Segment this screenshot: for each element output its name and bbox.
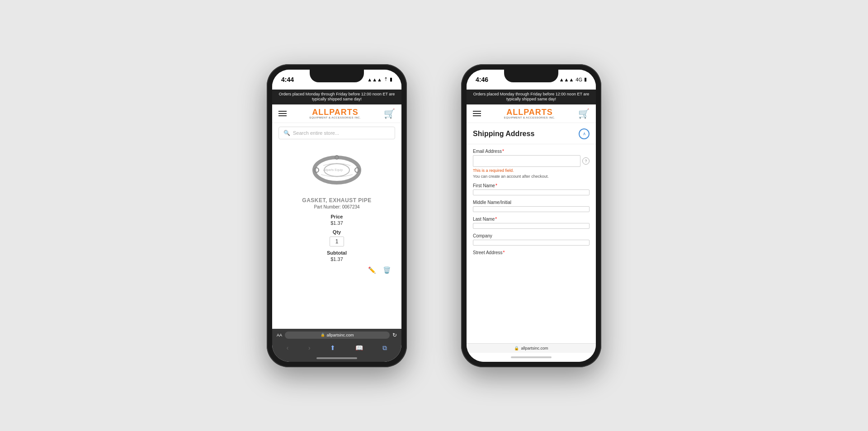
back-button-1[interactable]: ‹ [287,344,289,351]
url-text-2: allpartsinc.com [521,346,548,350]
status-bar-2: 4:46 ▲▲▲ 4G ▮ [467,70,596,90]
qty-row-1: Qty 1 [278,229,395,246]
action-icons-1: ✏️ 🗑️ [278,266,395,274]
lock-icon-2: 🔒 [514,346,519,350]
time-1: 4:44 [281,76,294,83]
wifi-icon-1: ⇡ [384,76,388,82]
edit-icon-1[interactable]: ✏️ [368,266,376,274]
first-name-required-star: * [495,183,497,188]
street-label: Street Address* [473,250,590,255]
logo-sub-1: EQUIPMENT & ACCESSORIES INC. [310,116,361,119]
tabs-button-1[interactable]: ⧉ [382,344,387,352]
menu-icon-1[interactable] [278,111,287,116]
home-bar-1 [316,357,357,359]
logo-1: ALLPARTS EQUIPMENT & ACCESSORIES INC. [310,108,361,119]
url-text-1: allpartsinc.com [326,333,354,337]
first-name-field-group: First Name* [473,183,590,195]
svg-text:Allparts Equip: Allparts Equip [323,168,343,172]
first-name-input[interactable] [473,189,590,195]
email-helper-text: You can create an account after checkout… [473,174,590,179]
product-area-1: Allparts Equip GASKET, EXHAUST PIPE Part… [272,143,401,329]
status-icons-1: ▲▲▲ ⇡ ▮ [367,76,392,82]
email-help-icon[interactable]: ? [582,157,590,165]
subtotal-value-1: $1.37 [278,256,395,262]
phone-2: 4:46 ▲▲▲ 4G ▮ Orders placed Monday throu… [461,64,601,367]
middle-name-field-group: Middle Name/Initial [473,200,590,212]
logo-allparts-2: ALLPARTS [506,108,553,116]
screen-content-2: Orders placed Monday through Friday befo… [467,90,596,362]
checkout-content-2: Shipping Address ∧ Email Address* [467,123,596,343]
email-label: Email Address* [473,149,590,154]
street-required-star: * [503,250,505,255]
middle-name-input[interactable] [473,206,590,212]
battery-icon-1: ▮ [390,76,392,82]
status-icons-2: ▲▲▲ 4G ▮ [559,76,587,82]
search-placeholder-1: Search entire store... [293,130,339,136]
forward-button-1[interactable]: › [308,344,311,351]
lock-icon-1: 🔒 [321,333,325,337]
logo-2: ALLPARTS EQUIPMENT & ACCESSORIES INC. [504,108,556,119]
product-name-1: GASKET, EXHAUST PIPE [302,197,371,204]
company-input[interactable] [473,240,590,246]
first-name-label: First Name* [473,183,590,188]
product-part-1: Part Number: 0067234 [314,204,359,209]
qty-label-1: Qty [278,229,395,235]
subtotal-label-1: Subtotal [278,250,395,256]
battery-icon-2: ▮ [584,76,587,82]
price-label-1: Price [278,214,395,219]
section-header-2: Shipping Address ∧ [467,123,596,144]
form-area-2: Email Address* ? This is a required fiel… [467,144,596,260]
logo-sub-2: EQUIPMENT & ACCESSORIES INC. [504,116,556,119]
qty-input-1[interactable]: 1 [330,237,344,246]
notch-2 [504,70,558,82]
home-indicator-2 [467,353,596,362]
street-field-group: Street Address* [473,250,590,255]
product-image-1: Allparts Equip [307,147,366,193]
time-2: 4:46 [476,76,488,83]
last-name-field-group: Last Name* [473,217,590,229]
last-name-input[interactable] [473,223,590,229]
email-input-wrap: ? [473,155,590,167]
cart-symbol-2: 🛒 [578,109,590,118]
section-title-2: Shipping Address [473,130,534,138]
delete-icon-1[interactable]: 🗑️ [383,266,391,274]
refresh-button-1[interactable]: ↻ [392,332,397,338]
collapse-button-2[interactable]: ∧ [579,128,590,139]
email-required-star: * [502,149,504,154]
announcement-bar-2: Orders placed Monday through Friday befo… [467,90,596,104]
announcement-bar-1: Orders placed Monday through Friday befo… [272,90,401,104]
middle-name-label: Middle Name/Initial [473,200,590,205]
cart-icon-2[interactable]: 🛒 [578,108,590,119]
bookmarks-button-1[interactable]: 📖 [355,344,363,351]
site-header-1: ALLPARTS EQUIPMENT & ACCESSORIES INC. 🛒 [272,104,401,123]
last-name-required-star: * [495,217,497,222]
checkout-url-bar-2: 🔒 allpartsinc.com [467,343,596,353]
status-bar-1: 4:44 ▲▲▲ ⇡ ▮ [272,70,401,90]
subtotal-row-1: Subtotal $1.37 [278,250,395,262]
signal-bars-2: ▲▲▲ [559,77,574,82]
logo-allparts-1: ALLPARTS [312,108,359,116]
search-bar-1[interactable]: 🔍 Search entire store... [278,127,395,139]
chevron-up-icon: ∧ [583,131,586,136]
home-indicator-1 [272,355,401,362]
price-value-1: $1.37 [278,220,395,226]
aa-button-1[interactable]: AA [277,333,282,337]
email-field-group: Email Address* ? This is a required fiel… [473,149,590,179]
cart-symbol-1: 🛒 [384,109,395,118]
cart-icon-1[interactable]: 🛒 [384,108,395,119]
share-button-1[interactable]: ⬆ [330,344,335,351]
screen-content-1: Orders placed Monday through Friday befo… [272,90,401,362]
notch-1 [310,70,364,82]
email-error-text: This is a required field. [473,168,590,173]
price-row-1: Price $1.37 [278,214,395,226]
phone-1: 4:44 ▲▲▲ ⇡ ▮ Orders placed Monday throug… [267,64,407,367]
signal-bars-1: ▲▲▲ [367,77,382,82]
url-bar-1[interactable]: 🔒 allpartsinc.com [285,332,390,339]
menu-icon-2[interactable] [473,111,481,116]
home-bar-2 [511,356,552,358]
email-input[interactable] [473,155,580,167]
network-type-2: 4G [576,77,582,82]
browser-bar-1: AA 🔒 allpartsinc.com ↻ [272,329,401,341]
site-header-2: ALLPARTS EQUIPMENT & ACCESSORIES INC. 🛒 [467,104,596,123]
last-name-label: Last Name* [473,217,590,222]
